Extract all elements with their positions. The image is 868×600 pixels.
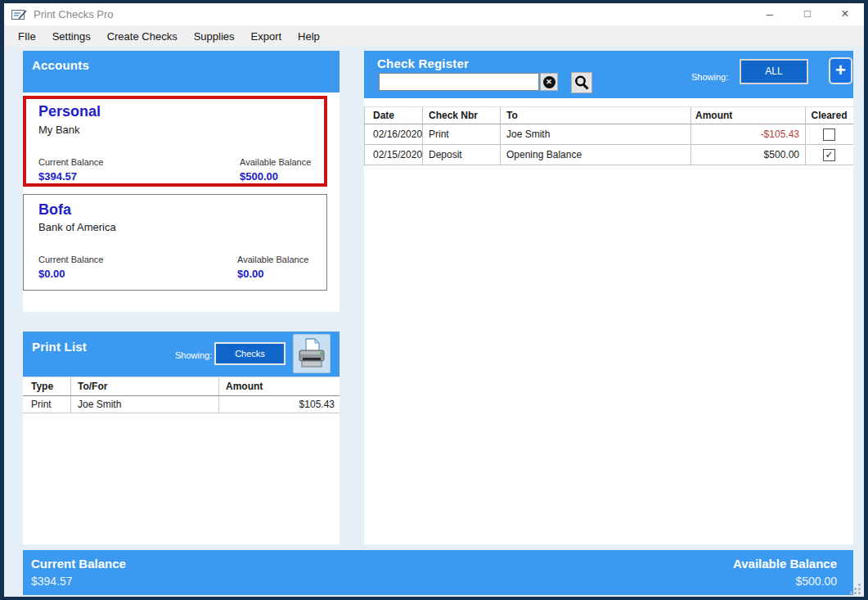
resize-grip[interactable]: [850, 584, 861, 595]
available-balance-value: $500.00: [240, 170, 278, 183]
showing-label: Showing:: [175, 350, 212, 360]
current-balance-label: Current Balance: [31, 557, 126, 571]
footer-available-balance: Available Balance $500.00: [733, 557, 837, 588]
printer-icon: [294, 335, 330, 372]
menu-bar: FIle Settings Create Checks Supplies Exp…: [4, 25, 864, 47]
footer-current-balance: Current Balance $394.57: [31, 557, 126, 588]
minimize-button[interactable]: –: [751, 3, 789, 25]
search-button[interactable]: [571, 72, 592, 93]
menu-item-create-checks[interactable]: Create Checks: [99, 30, 186, 43]
register-filter-button[interactable]: ALL: [740, 59, 808, 84]
cell-date: 02/16/2020: [364, 124, 423, 144]
print-list-table: Type To/For Amount Print Joe Smith $105.…: [23, 377, 340, 413]
app-icon: [11, 9, 27, 20]
cell-amount: $500.00: [691, 145, 806, 165]
register-header-row: Date Check Nbr To Amount Cleared: [364, 106, 853, 124]
cell-check-nbr: Print: [423, 124, 501, 144]
print-list-row[interactable]: Print Joe Smith $105.43: [23, 396, 340, 413]
available-balance-value: $500.00: [733, 575, 837, 588]
print-list-title: Print List: [32, 340, 87, 354]
account-card-personal[interactable]: Personal My Bank Current Balance $394.57…: [23, 96, 327, 187]
current-balance-value: $394.57: [38, 170, 77, 183]
title-bar: Print Checks Pro – □ ×: [4, 3, 864, 25]
current-balance-label: Current Balance: [38, 157, 104, 167]
cleared-checkbox[interactable]: [823, 129, 835, 141]
cell-amount: -$105.43: [691, 124, 806, 144]
col-tofor: To/For: [71, 377, 219, 395]
col-cleared: Cleared: [806, 107, 852, 124]
col-type: Type: [23, 377, 71, 395]
add-transaction-button[interactable]: +: [829, 57, 852, 84]
menu-item-settings[interactable]: Settings: [44, 30, 99, 43]
print-list-header: Print List Showing: Checks: [23, 332, 340, 377]
window-title: Print Checks Pro: [34, 8, 114, 20]
print-button[interactable]: [293, 334, 331, 373]
menu-item-export[interactable]: Export: [243, 30, 290, 43]
cell-to: Opening Balance: [501, 145, 691, 165]
cleared-checkbox[interactable]: ✓: [823, 149, 835, 161]
cell-check-nbr: Deposit: [423, 145, 501, 165]
cell-cleared: [806, 124, 852, 144]
account-name: Bofa: [38, 201, 71, 219]
check-register-panel: Check Register ✕ Showing: ALL + Date: [364, 51, 853, 544]
close-button[interactable]: ×: [826, 3, 864, 25]
available-balance-label: Available Balance: [733, 557, 837, 571]
search-input[interactable]: [379, 73, 539, 91]
showing-label: Showing:: [691, 72, 728, 82]
accounts-panel: Accounts Personal My Bank Current Balanc…: [23, 51, 340, 312]
account-name: Personal: [38, 103, 101, 120]
balance-footer: Current Balance $394.57 Available Balanc…: [23, 550, 853, 595]
available-balance-label: Available Balance: [240, 157, 311, 167]
search-icon: [573, 74, 590, 91]
window-controls: – □ ×: [751, 3, 864, 25]
menu-item-file[interactable]: FIle: [10, 30, 44, 43]
check-register-header: Check Register ✕ Showing: ALL +: [364, 51, 853, 98]
clear-icon: ✕: [543, 76, 555, 88]
col-to: To: [501, 107, 691, 124]
col-check-nbr: Check Nbr: [423, 107, 501, 124]
available-balance-value: $0.00: [237, 268, 264, 280]
cell-cleared: ✓: [806, 145, 852, 165]
cell-date: 02/15/2020: [364, 145, 423, 165]
accounts-list: Personal My Bank Current Balance $394.57…: [23, 92, 340, 312]
check-register-table: Date Check Nbr To Amount Cleared 02/16/2…: [364, 106, 853, 165]
menu-item-help[interactable]: Help: [290, 30, 328, 43]
app-window: Print Checks Pro – □ × FIle Settings Cre…: [0, 0, 868, 600]
menu-item-supplies[interactable]: Supplies: [186, 30, 243, 43]
current-balance-label: Current Balance: [38, 255, 104, 264]
cell-to: Joe Smith: [501, 124, 691, 144]
main-area: Accounts Personal My Bank Current Balanc…: [4, 47, 864, 597]
col-amount: Amount: [219, 381, 340, 392]
print-list-filter-button[interactable]: Checks: [214, 342, 286, 365]
register-row[interactable]: 02/15/2020 Deposit Opening Balance $500.…: [364, 145, 853, 165]
cell-amount: $105.43: [219, 399, 340, 410]
current-balance-value: $0.00: [38, 268, 65, 280]
check-register-title: Check Register: [377, 56, 469, 70]
accounts-header: Accounts: [23, 51, 340, 92]
account-card-bofa[interactable]: Bofa Bank of America Current Balance $0.…: [23, 194, 327, 291]
accounts-title: Accounts: [32, 58, 89, 72]
col-date: Date: [364, 107, 423, 124]
cell-tofor: Joe Smith: [71, 396, 219, 413]
maximize-button[interactable]: □: [789, 3, 826, 25]
clear-search-button[interactable]: ✕: [540, 73, 558, 91]
print-list-header-row: Type To/For Amount: [23, 377, 340, 396]
col-amount: Amount: [691, 107, 806, 124]
available-balance-label: Available Balance: [237, 255, 308, 264]
current-balance-value: $394.57: [31, 575, 126, 588]
print-list-panel: Print List Showing: Checks: [23, 332, 340, 544]
account-bank: My Bank: [38, 124, 80, 136]
register-row[interactable]: 02/16/2020 Print Joe Smith -$105.43: [364, 124, 853, 145]
account-bank: Bank of America: [38, 221, 116, 233]
cell-type: Print: [23, 396, 71, 413]
